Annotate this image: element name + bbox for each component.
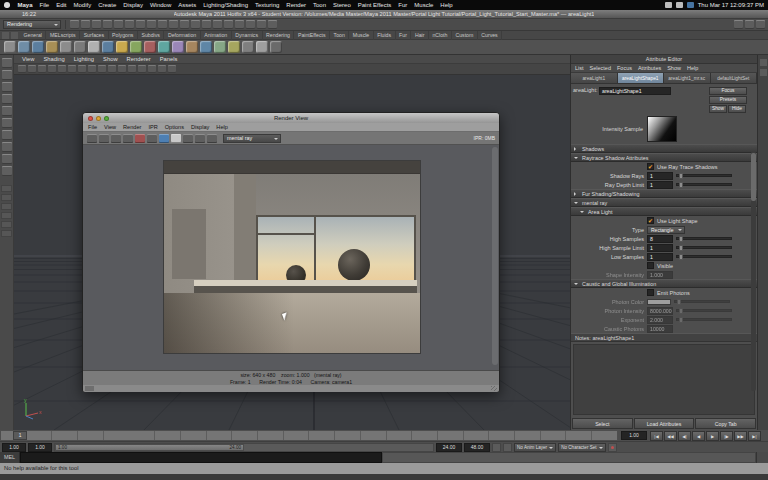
playback-end-field[interactable]: 24.00 [436, 443, 462, 452]
rendered-image[interactable] [164, 161, 420, 353]
resolution-gate-icon[interactable] [98, 65, 106, 73]
apple-menu-icon[interactable] [4, 2, 10, 8]
window-titlebar[interactable]: 16:22 Autodesk Maya 2011 Hotfix 3 x64 - … [0, 10, 768, 19]
display-menu-icon[interactable] [665, 2, 672, 8]
persp-outliner-layout-icon[interactable] [1, 203, 12, 210]
menubar-item-16[interactable]: Help [437, 2, 456, 8]
attribute-editor-toggle-icon[interactable] [734, 20, 743, 29]
snap-curve-icon[interactable] [169, 20, 178, 29]
resize-grip-icon[interactable] [491, 386, 497, 391]
shelf-area-light-icon[interactable] [144, 41, 156, 53]
ae-tab-defaultLightSet[interactable]: defaultLightSet [711, 73, 758, 83]
shelf-tab-9[interactable]: PaintEffects [294, 31, 330, 40]
notes-bar[interactable]: Notes: areaLightShape1 [571, 333, 757, 342]
type-dropdown[interactable]: Rectangle [647, 226, 685, 234]
render-view-scrollbar[interactable] [492, 147, 498, 365]
play-forward-button[interactable]: ▶ [706, 431, 719, 441]
ae-tab-areaLight1[interactable]: areaLight1 [571, 73, 618, 83]
panel-menu-item-5[interactable]: Panels [160, 56, 178, 62]
airport-menu-icon[interactable] [676, 2, 683, 8]
shelf-tab-6[interactable]: Animation [201, 31, 232, 40]
shelf-tab-2[interactable]: Surfaces [80, 31, 108, 40]
range-slider[interactable]: 1.00 24.00 [54, 443, 434, 452]
ae-menu-0[interactable]: List [575, 65, 584, 71]
menubar-item-12[interactable]: Stereo [330, 2, 355, 8]
open-render-settings-icon[interactable] [207, 134, 217, 143]
shelf-spot-light-icon[interactable] [158, 41, 170, 53]
command-line-language-label[interactable]: MEL [0, 452, 20, 463]
select-object-icon[interactable] [136, 20, 145, 29]
menubar-item-3[interactable]: Modify [70, 2, 95, 8]
use-light-shape-checkbox[interactable] [647, 217, 654, 224]
section-mental-ray[interactable]: mental ray [571, 198, 757, 207]
ae-menu-5[interactable]: Help [687, 65, 698, 71]
render-view-menu-3[interactable]: IPR [148, 124, 157, 130]
lock-camera-icon[interactable] [28, 65, 36, 73]
shelf-fog-icon[interactable] [270, 41, 282, 53]
section-raytrace-shadows[interactable]: Raytrace Shadow Attributes [571, 153, 757, 162]
attribute-editor-tab-icon[interactable] [760, 59, 767, 66]
menubar-extra-icon[interactable] [687, 2, 694, 8]
shelf-volume-light-icon[interactable] [214, 41, 226, 53]
shelf-tab-5[interactable]: Deformation [164, 31, 200, 40]
ae-scrollbar[interactable] [751, 151, 756, 391]
safe-action-icon[interactable] [118, 65, 126, 73]
stop-render-icon[interactable] [135, 134, 145, 143]
select-hierarchy-icon[interactable] [125, 20, 134, 29]
camera-attributes-icon[interactable] [38, 65, 46, 73]
menubar-item-14[interactable]: Fur [395, 2, 411, 8]
section-fur-shading[interactable]: Fur Shading/Shadowing [571, 189, 757, 198]
current-time-field[interactable]: 1.00 [621, 431, 647, 440]
shelf-phong-icon[interactable] [88, 41, 100, 53]
character-set-dropdown[interactable]: No Character Set [558, 443, 606, 452]
low-samples-slider[interactable] [676, 255, 732, 258]
shelf-blinn-icon[interactable] [74, 41, 86, 53]
shelf-anisotropic-icon[interactable] [102, 41, 114, 53]
command-line-input[interactable] [20, 452, 382, 463]
shelf-tab-7[interactable]: Dynamics [232, 31, 263, 40]
focus-button[interactable]: Focus [709, 87, 747, 95]
menubar-item-0[interactable]: Maya [14, 2, 36, 8]
ray-depth-slider[interactable] [676, 183, 732, 186]
ae-menu-4[interactable]: Show [667, 65, 681, 71]
exposure-icon[interactable] [195, 134, 205, 143]
low-samples-field[interactable]: 1 [647, 253, 673, 261]
shelf-tab-12[interactable]: Fluids [374, 31, 396, 40]
emit-photons-checkbox[interactable] [647, 289, 654, 296]
scale-tool-icon[interactable] [2, 118, 12, 128]
shelf-tab-16[interactable]: Custom [452, 31, 478, 40]
four-pane-layout-icon[interactable] [1, 194, 12, 201]
channel-box-tab-icon[interactable] [760, 69, 767, 76]
render-view-titlebar[interactable]: Render View [83, 113, 499, 123]
high-sample-limit-slider[interactable] [676, 246, 732, 249]
load-attributes-button[interactable]: Load Attributes [634, 418, 695, 429]
image-plane-icon[interactable] [58, 65, 66, 73]
soft-modification-icon[interactable] [2, 142, 12, 152]
animation-preferences-icon[interactable] [503, 443, 512, 452]
show-manipulator-icon[interactable] [2, 154, 12, 164]
shelf-env-icon[interactable] [130, 41, 142, 53]
render-region-icon[interactable] [87, 134, 97, 143]
ipr-render-icon[interactable] [257, 20, 266, 29]
snap-grid-icon[interactable] [158, 20, 167, 29]
output-connections-icon[interactable] [224, 20, 233, 29]
auto-keyframe-icon[interactable] [608, 443, 617, 452]
move-tool-icon[interactable] [2, 94, 12, 104]
menubar-item-15[interactable]: Muscle [411, 2, 437, 8]
menubar-item-7[interactable]: Assets [175, 2, 200, 8]
snapshot-icon[interactable] [147, 134, 157, 143]
input-connections-icon[interactable] [213, 20, 222, 29]
high-sample-limit-field[interactable]: 1 [647, 244, 673, 252]
shelf-directional-light-icon[interactable] [186, 41, 198, 53]
playback-options-icon[interactable] [492, 443, 501, 452]
render-view-menu-6[interactable]: Help [216, 124, 228, 130]
menubar-clock[interactable]: Thu Mar 17 12:09:37 PM [698, 2, 764, 8]
shelf-ambient-light-icon[interactable] [200, 41, 212, 53]
step-forward-frame-button[interactable]: ▶▶ [734, 431, 747, 441]
visible-checkbox[interactable] [647, 262, 654, 269]
shelf-ipr-icon[interactable] [18, 41, 30, 53]
shelf-edit-icon[interactable] [11, 32, 18, 39]
select-component-icon[interactable] [147, 20, 156, 29]
undo-icon[interactable] [103, 20, 112, 29]
select-tool-icon[interactable] [2, 58, 12, 68]
